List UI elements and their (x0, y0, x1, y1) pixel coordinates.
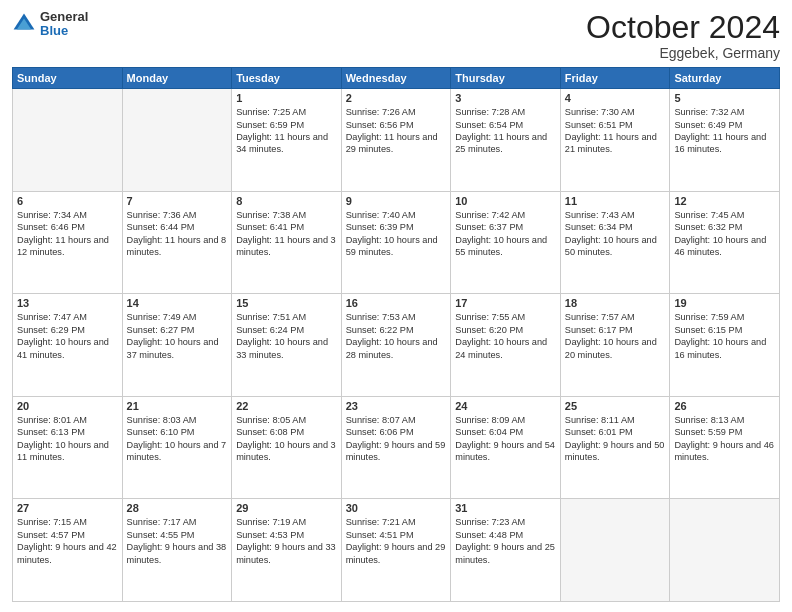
calendar-cell: 13Sunrise: 7:47 AMSunset: 6:29 PMDayligh… (13, 294, 123, 397)
day-info: Sunrise: 8:09 AMSunset: 6:04 PMDaylight:… (455, 414, 556, 464)
col-sunday: Sunday (13, 68, 123, 89)
day-info: Sunrise: 8:03 AMSunset: 6:10 PMDaylight:… (127, 414, 228, 464)
day-number: 26 (674, 400, 775, 412)
day-info: Sunrise: 7:17 AMSunset: 4:55 PMDaylight:… (127, 516, 228, 566)
calendar-cell: 25Sunrise: 8:11 AMSunset: 6:01 PMDayligh… (560, 396, 670, 499)
page: General Blue October 2024 Eggebek, Germa… (0, 0, 792, 612)
day-number: 12 (674, 195, 775, 207)
calendar-cell: 6Sunrise: 7:34 AMSunset: 6:46 PMDaylight… (13, 191, 123, 294)
calendar-table: Sunday Monday Tuesday Wednesday Thursday… (12, 67, 780, 602)
calendar-week-row: 27Sunrise: 7:15 AMSunset: 4:57 PMDayligh… (13, 499, 780, 602)
calendar-cell (560, 499, 670, 602)
logo-general-text: General (40, 10, 88, 24)
calendar-cell: 1Sunrise: 7:25 AMSunset: 6:59 PMDaylight… (232, 89, 342, 192)
calendar-cell: 2Sunrise: 7:26 AMSunset: 6:56 PMDaylight… (341, 89, 451, 192)
day-info: Sunrise: 7:38 AMSunset: 6:41 PMDaylight:… (236, 209, 337, 259)
day-number: 6 (17, 195, 118, 207)
day-number: 22 (236, 400, 337, 412)
calendar-cell: 11Sunrise: 7:43 AMSunset: 6:34 PMDayligh… (560, 191, 670, 294)
calendar-week-row: 6Sunrise: 7:34 AMSunset: 6:46 PMDaylight… (13, 191, 780, 294)
day-info: Sunrise: 7:15 AMSunset: 4:57 PMDaylight:… (17, 516, 118, 566)
day-number: 15 (236, 297, 337, 309)
calendar-cell: 28Sunrise: 7:17 AMSunset: 4:55 PMDayligh… (122, 499, 232, 602)
day-info: Sunrise: 7:42 AMSunset: 6:37 PMDaylight:… (455, 209, 556, 259)
day-info: Sunrise: 7:45 AMSunset: 6:32 PMDaylight:… (674, 209, 775, 259)
day-number: 4 (565, 92, 666, 104)
day-number: 24 (455, 400, 556, 412)
day-number: 25 (565, 400, 666, 412)
calendar-cell (122, 89, 232, 192)
day-info: Sunrise: 7:53 AMSunset: 6:22 PMDaylight:… (346, 311, 447, 361)
col-monday: Monday (122, 68, 232, 89)
day-number: 18 (565, 297, 666, 309)
day-number: 3 (455, 92, 556, 104)
col-tuesday: Tuesday (232, 68, 342, 89)
day-info: Sunrise: 8:07 AMSunset: 6:06 PMDaylight:… (346, 414, 447, 464)
logo: General Blue (12, 10, 88, 39)
day-info: Sunrise: 7:23 AMSunset: 4:48 PMDaylight:… (455, 516, 556, 566)
calendar-header-row: Sunday Monday Tuesday Wednesday Thursday… (13, 68, 780, 89)
calendar-cell (13, 89, 123, 192)
day-info: Sunrise: 7:34 AMSunset: 6:46 PMDaylight:… (17, 209, 118, 259)
day-info: Sunrise: 7:25 AMSunset: 6:59 PMDaylight:… (236, 106, 337, 156)
col-saturday: Saturday (670, 68, 780, 89)
day-info: Sunrise: 7:21 AMSunset: 4:51 PMDaylight:… (346, 516, 447, 566)
calendar-cell: 7Sunrise: 7:36 AMSunset: 6:44 PMDaylight… (122, 191, 232, 294)
day-number: 10 (455, 195, 556, 207)
day-info: Sunrise: 7:32 AMSunset: 6:49 PMDaylight:… (674, 106, 775, 156)
day-info: Sunrise: 7:51 AMSunset: 6:24 PMDaylight:… (236, 311, 337, 361)
day-info: Sunrise: 7:19 AMSunset: 4:53 PMDaylight:… (236, 516, 337, 566)
day-info: Sunrise: 7:47 AMSunset: 6:29 PMDaylight:… (17, 311, 118, 361)
col-wednesday: Wednesday (341, 68, 451, 89)
day-info: Sunrise: 7:55 AMSunset: 6:20 PMDaylight:… (455, 311, 556, 361)
calendar-cell: 31Sunrise: 7:23 AMSunset: 4:48 PMDayligh… (451, 499, 561, 602)
calendar-cell: 26Sunrise: 8:13 AMSunset: 5:59 PMDayligh… (670, 396, 780, 499)
calendar-cell: 21Sunrise: 8:03 AMSunset: 6:10 PMDayligh… (122, 396, 232, 499)
day-info: Sunrise: 7:40 AMSunset: 6:39 PMDaylight:… (346, 209, 447, 259)
day-number: 31 (455, 502, 556, 514)
day-number: 20 (17, 400, 118, 412)
calendar-cell: 29Sunrise: 7:19 AMSunset: 4:53 PMDayligh… (232, 499, 342, 602)
calendar-cell: 4Sunrise: 7:30 AMSunset: 6:51 PMDaylight… (560, 89, 670, 192)
day-number: 21 (127, 400, 228, 412)
day-info: Sunrise: 8:01 AMSunset: 6:13 PMDaylight:… (17, 414, 118, 464)
day-info: Sunrise: 8:11 AMSunset: 6:01 PMDaylight:… (565, 414, 666, 464)
day-number: 5 (674, 92, 775, 104)
day-number: 7 (127, 195, 228, 207)
day-number: 16 (346, 297, 447, 309)
day-info: Sunrise: 7:36 AMSunset: 6:44 PMDaylight:… (127, 209, 228, 259)
col-friday: Friday (560, 68, 670, 89)
header: General Blue October 2024 Eggebek, Germa… (12, 10, 780, 61)
calendar-cell: 8Sunrise: 7:38 AMSunset: 6:41 PMDaylight… (232, 191, 342, 294)
day-number: 9 (346, 195, 447, 207)
day-info: Sunrise: 7:57 AMSunset: 6:17 PMDaylight:… (565, 311, 666, 361)
day-number: 1 (236, 92, 337, 104)
day-info: Sunrise: 8:13 AMSunset: 5:59 PMDaylight:… (674, 414, 775, 464)
calendar-week-row: 20Sunrise: 8:01 AMSunset: 6:13 PMDayligh… (13, 396, 780, 499)
day-info: Sunrise: 7:49 AMSunset: 6:27 PMDaylight:… (127, 311, 228, 361)
day-number: 19 (674, 297, 775, 309)
calendar-cell: 22Sunrise: 8:05 AMSunset: 6:08 PMDayligh… (232, 396, 342, 499)
logo-icon (12, 12, 36, 36)
calendar-cell: 5Sunrise: 7:32 AMSunset: 6:49 PMDaylight… (670, 89, 780, 192)
calendar-cell: 30Sunrise: 7:21 AMSunset: 4:51 PMDayligh… (341, 499, 451, 602)
calendar-cell: 24Sunrise: 8:09 AMSunset: 6:04 PMDayligh… (451, 396, 561, 499)
logo-blue-text: Blue (40, 24, 88, 38)
calendar-cell: 9Sunrise: 7:40 AMSunset: 6:39 PMDaylight… (341, 191, 451, 294)
calendar-cell: 27Sunrise: 7:15 AMSunset: 4:57 PMDayligh… (13, 499, 123, 602)
day-info: Sunrise: 8:05 AMSunset: 6:08 PMDaylight:… (236, 414, 337, 464)
day-number: 13 (17, 297, 118, 309)
calendar-cell: 16Sunrise: 7:53 AMSunset: 6:22 PMDayligh… (341, 294, 451, 397)
calendar-cell (670, 499, 780, 602)
col-thursday: Thursday (451, 68, 561, 89)
logo-text: General Blue (40, 10, 88, 39)
calendar-cell: 3Sunrise: 7:28 AMSunset: 6:54 PMDaylight… (451, 89, 561, 192)
title-block: October 2024 Eggebek, Germany (586, 10, 780, 61)
calendar-cell: 19Sunrise: 7:59 AMSunset: 6:15 PMDayligh… (670, 294, 780, 397)
day-info: Sunrise: 7:43 AMSunset: 6:34 PMDaylight:… (565, 209, 666, 259)
day-info: Sunrise: 7:30 AMSunset: 6:51 PMDaylight:… (565, 106, 666, 156)
day-number: 14 (127, 297, 228, 309)
day-info: Sunrise: 7:59 AMSunset: 6:15 PMDaylight:… (674, 311, 775, 361)
day-info: Sunrise: 7:28 AMSunset: 6:54 PMDaylight:… (455, 106, 556, 156)
calendar-cell: 10Sunrise: 7:42 AMSunset: 6:37 PMDayligh… (451, 191, 561, 294)
